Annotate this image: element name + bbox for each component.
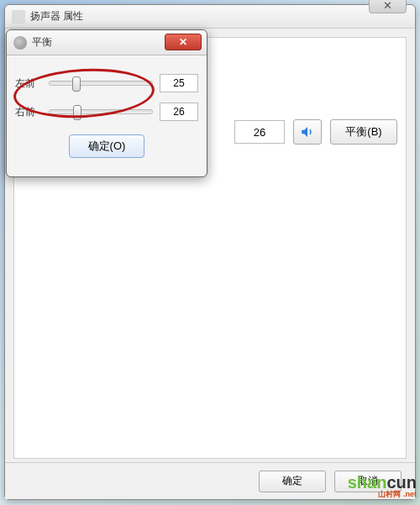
balance-dialog-icon: [13, 36, 27, 50]
main-ok-button[interactable]: 确定: [259, 471, 326, 492]
balance-dialog-title: 平衡: [32, 35, 52, 50]
right-front-slider[interactable]: [49, 109, 153, 114]
speaker-sound-icon: [300, 124, 315, 139]
main-button-bar: 确定 取消: [5, 462, 415, 499]
left-front-value[interactable]: 25: [160, 74, 198, 92]
level-value: 26: [234, 120, 285, 144]
right-front-slider-thumb[interactable]: [73, 105, 81, 120]
slider-row-left: 左前 25: [15, 71, 198, 96]
balance-ok-button[interactable]: 确定(O): [69, 134, 144, 158]
main-titlebar[interactable]: 扬声器 属性 ✕: [5, 5, 415, 29]
close-icon: ✕: [179, 36, 187, 48]
slider-row-right: 右前 26: [15, 99, 198, 124]
main-window-title: 扬声器 属性: [30, 9, 83, 24]
main-cancel-button[interactable]: 取消: [334, 471, 402, 492]
balance-dialog-body: 左前 25 右前 26 确定(O): [7, 55, 207, 166]
balance-button[interactable]: 平衡(B): [330, 119, 397, 145]
right-front-value[interactable]: 26: [160, 103, 198, 121]
balance-dialog: 平衡 ✕ 左前 25 右前 26 确定(O): [6, 29, 207, 177]
main-close-button[interactable]: ✕: [369, 0, 407, 13]
left-front-slider[interactable]: [49, 81, 153, 86]
left-front-slider-thumb[interactable]: [72, 76, 81, 92]
right-front-label: 右前: [15, 105, 42, 119]
speaker-icon: [12, 10, 25, 24]
left-front-label: 左前: [15, 76, 42, 91]
mute-button[interactable]: [293, 119, 322, 145]
balance-close-button[interactable]: ✕: [165, 34, 202, 50]
balance-titlebar[interactable]: 平衡 ✕: [7, 30, 207, 55]
close-icon: ✕: [383, 0, 392, 12]
